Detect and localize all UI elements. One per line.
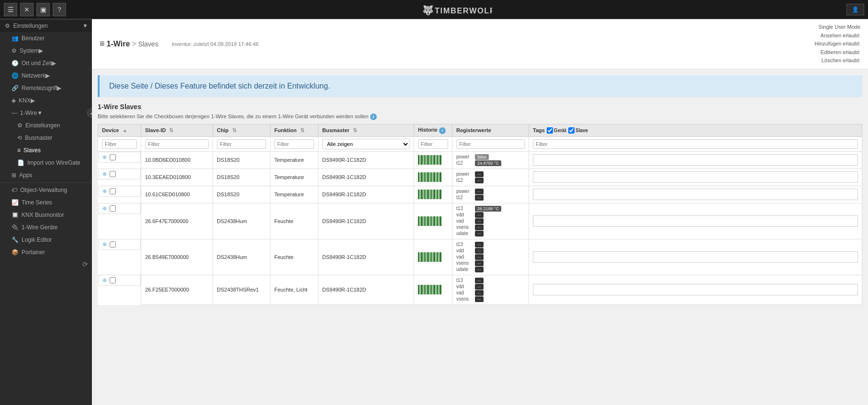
device-action-icon[interactable]: ⊕ <box>102 171 107 177</box>
slave-id-cell: 26.B549E7000000 <box>141 239 213 275</box>
filter-busmaster-select[interactable]: Alle zeigen <box>322 139 410 149</box>
sidebar-item-ort-und-zeit[interactable]: 🕐 Ort und Zeit ▶ <box>0 57 92 69</box>
filter-chip-input[interactable] <box>217 139 266 149</box>
sidebar-item-busmaster[interactable]: ⟲ Busmaster <box>0 132 92 144</box>
expand-system-icon: ▶ <box>39 47 43 54</box>
breadcrumb-separator: > <box>132 40 136 48</box>
filter-tags-input[interactable] <box>533 139 858 149</box>
sidebar-item-1wire-einstellungen[interactable]: ⚙ Einstellungen <box>0 119 92 132</box>
historie-cell <box>414 275 452 304</box>
historie-cell <box>414 239 452 275</box>
sidebar-item-system[interactable]: ⚙ System ▶ <box>0 45 92 57</box>
device-action-icon[interactable]: ⊕ <box>102 188 107 194</box>
th-busmaster[interactable]: Busmaster ⇅ <box>318 124 414 136</box>
device-action-icon[interactable]: ⊕ <box>102 154 107 160</box>
filter-funktion-input[interactable] <box>274 139 314 149</box>
sidebar-section-einstellungen[interactable]: ⚙ Einstellungen ▼ <box>0 19 92 32</box>
funktion-cell: Temperature <box>271 151 318 169</box>
busmaster-cell: DS9490R-1C182D <box>318 186 414 203</box>
device-action-icon[interactable]: ⊕ <box>102 277 107 283</box>
filter-chip-cell <box>213 136 271 151</box>
registerwerte-cell: powerfalset1224.8750 °C <box>452 151 529 169</box>
einstellungen-section-label: ⚙ Einstellungen <box>5 22 48 29</box>
help-button[interactable]: ? <box>53 3 66 16</box>
filter-historie-input[interactable] <box>418 139 448 149</box>
import-icon: 📄 <box>17 159 24 166</box>
th-device[interactable]: Device ▲ <box>98 124 141 136</box>
tag-geraet-checkbox[interactable] <box>547 127 553 134</box>
main-content: ≡ 1-Wire > Slaves Inventur: zuletzt 04.0… <box>92 19 868 405</box>
th-chip[interactable]: Chip ⇅ <box>213 124 271 136</box>
geraete-icon: 🔌 <box>11 224 19 231</box>
tag-input-field[interactable] <box>533 189 858 200</box>
breadcrumb-parent: 1-Wire <box>107 40 130 48</box>
row-checkbox[interactable] <box>110 171 116 177</box>
sidebar-item-benutzer[interactable]: 👥 Benutzer <box>0 32 92 45</box>
sidebar-item-1wire[interactable]: — 1-Wire ▼ ◀ <box>0 107 92 119</box>
registerwerte-cell: t13···vdd···vad···vsens···udate··· <box>452 239 529 275</box>
sidebar-item-knx[interactable]: ◈ KNX ▶ <box>0 94 92 107</box>
device-action-icon[interactable]: ⊕ <box>102 205 107 212</box>
device-cell: ⊕ <box>98 275 141 286</box>
th-historie[interactable]: Historie i <box>414 124 452 136</box>
funktion-cell: Feuchte <box>271 203 318 239</box>
filter-slaveid-input[interactable] <box>145 139 209 149</box>
user-icon[interactable]: 👤 <box>846 4 864 15</box>
device-cell: ⊕ <box>98 203 141 214</box>
historie-cell <box>414 203 452 239</box>
menu-button[interactable]: ☰ <box>4 3 17 16</box>
sidebar-item-netzwerk[interactable]: 🌐 Netzwerk ▶ <box>0 69 92 82</box>
row-checkbox[interactable] <box>110 154 116 160</box>
sidebar-item-slaves[interactable]: ≡ Slaves <box>0 144 92 157</box>
device-cell: ⊕ <box>98 186 141 197</box>
sidebar-toggle-button[interactable]: ⟳ <box>82 260 88 268</box>
row-checkbox[interactable] <box>110 277 116 283</box>
1wire-icon: — <box>11 110 17 116</box>
sidebar-item-time-series[interactable]: 📈 Time Series <box>0 196 92 209</box>
filter-register-cell <box>452 136 529 151</box>
tag-slave-checkbox[interactable] <box>568 127 575 134</box>
filter-slaveid-cell <box>141 136 213 151</box>
row-checkbox[interactable] <box>110 241 116 248</box>
filter-register-input[interactable] <box>456 139 525 149</box>
tag-input-field[interactable] <box>533 284 858 295</box>
filter-device-input[interactable] <box>102 139 137 149</box>
sidebar-item-knx-busmonitor[interactable]: 🔲 KNX Busmonitor <box>0 209 92 221</box>
tag-input-field[interactable] <box>533 171 858 183</box>
filter-busmaster-cell: Alle zeigen <box>318 136 414 151</box>
th-slave-id[interactable]: Slave-ID ⇅ <box>141 124 213 136</box>
chip-cell: DS18S20 <box>213 151 271 169</box>
slaves-table: Device ▲ Slave-ID ⇅ Chip ⇅ Funktion <box>98 124 862 305</box>
tag-slave-checkbox-label[interactable]: Slave <box>568 127 588 134</box>
sidebar-item-remotezugriff[interactable]: 🔗 Remotezugriff ▶ <box>0 82 92 94</box>
sidebar-collapse-button[interactable]: ◀ <box>87 108 92 118</box>
sidebar-item-1wire-geraete[interactable]: 🔌 1-Wire Geräte <box>0 221 92 234</box>
netzwerk-icon: 🌐 <box>11 72 19 79</box>
sidebar-item-logik-editor[interactable]: 🔧 Logik Editor <box>0 234 92 246</box>
row-checkbox[interactable] <box>110 205 116 212</box>
tag-geraet-checkbox-label[interactable]: Gerät <box>547 127 566 134</box>
breadcrumb: ≡ 1-Wire > Slaves <box>100 39 158 49</box>
table-row: ⊕10.61C6ED010800DS18S20TemperatureDS9490… <box>98 186 862 203</box>
sidebar-toggle: ⟳ <box>0 259 92 270</box>
sidebar-item-import-wiregate[interactable]: 📄 Import von WireGate <box>0 157 92 169</box>
barcode-visual <box>418 190 448 199</box>
window-button[interactable]: ▣ <box>36 3 50 16</box>
tag-input-field[interactable] <box>533 154 858 166</box>
tags-cell <box>529 239 862 275</box>
info-icon: i <box>370 113 377 120</box>
sidebar-item-apps[interactable]: ⊞ Apps <box>0 169 92 181</box>
device-action-icon[interactable]: ⊕ <box>102 241 107 248</box>
tag-input-field[interactable] <box>533 215 858 227</box>
sidebar-item-object-verwaltung[interactable]: 🏷 Object-Verwaltung <box>0 184 92 196</box>
th-registerwerte: Registerwerte <box>452 124 529 136</box>
th-funktion[interactable]: Funktion ⇅ <box>271 124 318 136</box>
slave-id-cell: 10.3EEAED010800 <box>141 169 213 186</box>
close-button[interactable]: ✕ <box>20 3 34 16</box>
sidebar: ⚙ Einstellungen ▼ 👥 Benutzer ⚙ System ▶ … <box>0 19 92 405</box>
row-checkbox[interactable] <box>110 188 116 194</box>
barcode-visual <box>418 285 448 294</box>
sidebar-item-portainer[interactable]: 📦 Portainer <box>0 246 92 259</box>
header-right: Single User Mode Ansehen erlaubt: Hinzuf… <box>815 23 860 65</box>
tag-input-field[interactable] <box>533 251 858 263</box>
